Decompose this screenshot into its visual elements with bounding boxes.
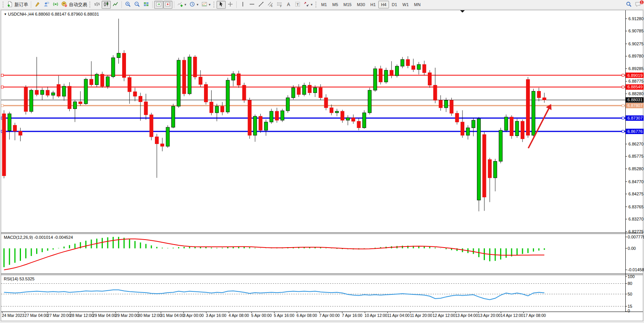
- rsi-tick-label: 100: [628, 274, 634, 279]
- candle-body: [439, 100, 442, 108]
- styler-button[interactable]: [33, 1, 42, 9]
- timeframe-m15[interactable]: M15: [341, 1, 354, 8]
- price-badge-label: 6.88031: [628, 98, 643, 102]
- candle-body: [221, 106, 224, 112]
- templates-button[interactable]: ▼: [200, 1, 212, 9]
- hline-handle[interactable]: [622, 104, 624, 107]
- symbol-dropdown-icon[interactable]: ▼: [4, 13, 7, 16]
- community-button[interactable]: [42, 1, 51, 9]
- candle-body: [204, 85, 208, 102]
- bar-chart-button[interactable]: [92, 1, 102, 9]
- timeframe-d1[interactable]: D1: [389, 1, 400, 8]
- periods-button[interactable]: ▼: [188, 1, 200, 9]
- trendline-button[interactable]: [257, 1, 266, 9]
- price-tick-label: 6.88775: [628, 79, 644, 83]
- time-tick-label: 12 Apr 12:00: [432, 313, 455, 318]
- autoscroll-button[interactable]: [154, 1, 163, 9]
- indicators-button[interactable]: ▼: [176, 1, 188, 9]
- tile-windows-button[interactable]: [142, 1, 151, 9]
- hline-handle[interactable]: [1, 86, 3, 88]
- chart-canvas[interactable]: 6.912806.907856.902756.897806.892856.887…: [0, 10, 644, 321]
- hline-button[interactable]: [247, 1, 257, 9]
- candle-body: [461, 122, 464, 135]
- time-tick-label: 5 Apr 00:00: [251, 313, 272, 318]
- candle-body: [84, 79, 88, 104]
- crosshair-button[interactable]: [226, 1, 235, 9]
- hline-handle[interactable]: [622, 74, 624, 77]
- toolbar-grip[interactable]: [89, 2, 91, 8]
- candle-body: [193, 57, 197, 77]
- autotrade-button[interactable]: 自动交易: [60, 1, 88, 9]
- bar-chart-icon: [94, 1, 100, 8]
- toolbar-grip[interactable]: [214, 2, 215, 8]
- candle-body: [521, 121, 524, 139]
- candle-body: [455, 113, 459, 122]
- candle-body: [286, 98, 290, 111]
- candle-body: [390, 70, 393, 75]
- market-signal-button[interactable]: [51, 1, 60, 9]
- chart-shift-button[interactable]: [163, 1, 172, 9]
- equidistant-channel-button[interactable]: E: [266, 1, 275, 9]
- notifications-button[interactable]: 1: [633, 1, 642, 9]
- equidistant-channel-icon: E: [267, 1, 273, 8]
- search-button[interactable]: [624, 1, 633, 9]
- cursor-button[interactable]: [217, 1, 226, 9]
- fibonacci-button[interactable]: F: [275, 1, 284, 9]
- candle-body: [95, 74, 99, 85]
- timeframe-mn[interactable]: MN: [411, 1, 423, 8]
- ohlc-values: 6.88060 6.88147 6.87960 6.88031: [35, 12, 99, 16]
- timeframe-h4[interactable]: H4: [378, 1, 389, 8]
- candle-body: [231, 74, 235, 80]
- price-badge-label: 6.89019: [628, 73, 643, 78]
- price-tick-label: 6.91280: [628, 16, 644, 21]
- vline-button[interactable]: [238, 1, 247, 9]
- candle-body: [477, 119, 481, 200]
- price-tick-label: 6.83270: [628, 217, 644, 221]
- candle-body: [384, 70, 388, 82]
- timeframe-w1[interactable]: W1: [400, 1, 411, 8]
- line-chart-button[interactable]: [111, 1, 120, 9]
- separator: [236, 1, 237, 8]
- time-tick-label: 5 Apr 16:00: [274, 313, 295, 318]
- candle-body: [445, 100, 448, 108]
- candle-chart-button[interactable]: [102, 1, 111, 9]
- autoscroll-icon: [156, 1, 162, 8]
- timeframe-m1[interactable]: M1: [319, 1, 330, 8]
- timeframe-m30[interactable]: M30: [354, 1, 368, 8]
- macd-label: MACD(12,26,9) -0.001014 -0.004524: [4, 235, 73, 240]
- text-button[interactable]: A: [284, 1, 293, 9]
- price-tick-label: 6.84275: [628, 192, 644, 196]
- window-collapse-arrow-icon[interactable]: [460, 10, 465, 13]
- hline-handle[interactable]: [622, 86, 624, 88]
- candle-body: [40, 90, 44, 94]
- cursor-icon: [218, 1, 224, 8]
- time-tick-label: 29 Mar 04:00: [92, 313, 116, 318]
- candle-body: [494, 161, 497, 177]
- indicators-icon: [177, 1, 183, 8]
- hline-handle[interactable]: [622, 130, 624, 133]
- rsi-tick-label: 50: [628, 292, 632, 296]
- timeframe-m5[interactable]: M5: [330, 1, 341, 8]
- candle-body: [401, 59, 404, 66]
- arrows-button[interactable]: ▼: [302, 1, 314, 9]
- timeframe-h1[interactable]: H1: [368, 1, 378, 8]
- tile-windows-icon: [143, 1, 149, 8]
- candle-body: [532, 91, 535, 136]
- text-label-button[interactable]: T: [293, 1, 302, 9]
- candle-body: [57, 85, 60, 96]
- hline-handle[interactable]: [622, 117, 624, 119]
- zoom-in-button[interactable]: [123, 1, 132, 9]
- candle-body: [2, 114, 6, 176]
- time-tick-label: 29 Mar 20:00: [115, 313, 139, 318]
- time-tick-label: 7 Apr 00:00: [319, 313, 340, 318]
- new-order-label: 新订单: [14, 2, 28, 8]
- hline-handle[interactable]: [1, 74, 3, 77]
- hline-handle[interactable]: [1, 104, 3, 107]
- zoom-out-button[interactable]: [132, 1, 142, 9]
- toolbar-grip[interactable]: [316, 2, 317, 8]
- toolbar-grip[interactable]: [3, 2, 4, 8]
- text-label-icon: T: [295, 1, 301, 8]
- time-tick-label: 27 Mar 04:00: [25, 313, 48, 318]
- rsi-tick-label: 15: [628, 304, 632, 309]
- new-order-button[interactable]: 新订单: [6, 1, 29, 9]
